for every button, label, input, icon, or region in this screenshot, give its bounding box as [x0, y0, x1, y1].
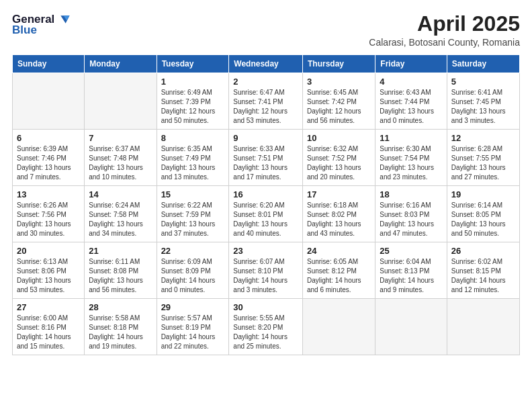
day-info: Sunrise: 6:00 AM Sunset: 8:16 PM Dayligh… — [17, 314, 80, 351]
day-number: 16 — [233, 189, 298, 199]
day-number: 10 — [307, 133, 371, 143]
week-row-3: 13Sunrise: 6:26 AM Sunset: 7:56 PM Dayli… — [13, 186, 520, 242]
logo: General Blue — [12, 12, 71, 37]
day-info: Sunrise: 6:14 AM Sunset: 8:05 PM Dayligh… — [451, 201, 515, 238]
day-number: 20 — [17, 246, 80, 256]
calendar-cell: 2Sunrise: 6:47 AM Sunset: 7:41 PM Daylig… — [229, 73, 303, 130]
calendar-cell: 12Sunrise: 6:28 AM Sunset: 7:55 PM Dayli… — [447, 130, 519, 186]
calendar-cell: 27Sunrise: 6:00 AM Sunset: 8:16 PM Dayli… — [13, 299, 85, 355]
calendar-cell: 24Sunrise: 6:05 AM Sunset: 8:12 PM Dayli… — [302, 242, 375, 299]
day-number: 2 — [233, 77, 298, 87]
day-info: Sunrise: 6:47 AM Sunset: 7:41 PM Dayligh… — [233, 88, 298, 126]
day-number: 23 — [233, 246, 298, 256]
day-number: 27 — [17, 302, 80, 312]
day-number: 21 — [89, 246, 152, 256]
subtitle: Calarasi, Botosani County, Romania — [369, 37, 520, 48]
day-info: Sunrise: 6:22 AM Sunset: 7:59 PM Dayligh… — [161, 201, 225, 238]
day-number: 4 — [380, 77, 443, 87]
day-number: 26 — [451, 246, 515, 256]
day-info: Sunrise: 6:41 AM Sunset: 7:45 PM Dayligh… — [451, 88, 515, 126]
calendar-cell: 5Sunrise: 6:41 AM Sunset: 7:45 PM Daylig… — [447, 73, 519, 130]
calendar-cell — [375, 299, 447, 355]
day-number: 8 — [161, 133, 225, 143]
logo-blue: Blue — [12, 24, 37, 37]
day-number: 3 — [307, 77, 371, 87]
calendar-cell: 20Sunrise: 6:13 AM Sunset: 8:06 PM Dayli… — [13, 242, 85, 299]
weekday-header-tuesday: Tuesday — [157, 55, 229, 73]
day-number: 30 — [233, 302, 298, 312]
calendar-cell: 19Sunrise: 6:14 AM Sunset: 8:05 PM Dayli… — [447, 186, 519, 242]
day-number: 29 — [161, 302, 225, 312]
calendar-cell: 22Sunrise: 6:09 AM Sunset: 8:09 PM Dayli… — [157, 242, 229, 299]
week-row-4: 20Sunrise: 6:13 AM Sunset: 8:06 PM Dayli… — [13, 242, 520, 299]
calendar-cell: 17Sunrise: 6:18 AM Sunset: 8:02 PM Dayli… — [302, 186, 375, 242]
day-number: 12 — [451, 133, 515, 143]
calendar-cell: 7Sunrise: 6:37 AM Sunset: 7:48 PM Daylig… — [85, 130, 157, 186]
day-number: 6 — [17, 133, 80, 143]
day-number: 15 — [161, 189, 225, 199]
weekday-header-monday: Monday — [85, 55, 157, 73]
day-info: Sunrise: 6:24 AM Sunset: 7:58 PM Dayligh… — [89, 201, 152, 238]
day-number: 19 — [451, 189, 515, 199]
day-info: Sunrise: 6:28 AM Sunset: 7:55 PM Dayligh… — [451, 144, 515, 182]
day-info: Sunrise: 6:18 AM Sunset: 8:02 PM Dayligh… — [307, 201, 371, 238]
calendar-cell: 1Sunrise: 6:49 AM Sunset: 7:39 PM Daylig… — [157, 73, 229, 130]
calendar-cell: 8Sunrise: 6:35 AM Sunset: 7:49 PM Daylig… — [157, 130, 229, 186]
day-number: 25 — [380, 246, 443, 256]
day-info: Sunrise: 6:39 AM Sunset: 7:46 PM Dayligh… — [17, 144, 80, 182]
day-info: Sunrise: 6:30 AM Sunset: 7:54 PM Dayligh… — [380, 144, 443, 182]
day-info: Sunrise: 6:07 AM Sunset: 8:10 PM Dayligh… — [233, 257, 298, 295]
day-number: 17 — [307, 189, 371, 199]
day-number: 7 — [89, 133, 152, 143]
day-info: Sunrise: 6:16 AM Sunset: 8:03 PM Dayligh… — [380, 201, 443, 238]
day-info: Sunrise: 6:43 AM Sunset: 7:44 PM Dayligh… — [380, 88, 443, 126]
weekday-header-saturday: Saturday — [447, 55, 519, 73]
weekday-header-wednesday: Wednesday — [229, 55, 303, 73]
calendar-cell: 3Sunrise: 6:45 AM Sunset: 7:42 PM Daylig… — [302, 73, 375, 130]
day-info: Sunrise: 6:05 AM Sunset: 8:12 PM Dayligh… — [307, 257, 371, 295]
day-info: Sunrise: 5:58 AM Sunset: 8:18 PM Dayligh… — [89, 314, 152, 351]
calendar-cell: 23Sunrise: 6:07 AM Sunset: 8:10 PM Dayli… — [229, 242, 303, 299]
calendar-cell — [302, 299, 375, 355]
weekday-header-friday: Friday — [375, 55, 447, 73]
day-number: 1 — [161, 77, 225, 87]
logo-icon — [56, 12, 71, 27]
day-number: 5 — [451, 77, 515, 87]
day-number: 9 — [233, 133, 298, 143]
calendar-cell: 25Sunrise: 6:04 AM Sunset: 8:13 PM Dayli… — [375, 242, 447, 299]
day-number: 13 — [17, 189, 80, 199]
day-info: Sunrise: 6:09 AM Sunset: 8:09 PM Dayligh… — [161, 257, 225, 295]
week-row-1: 1Sunrise: 6:49 AM Sunset: 7:39 PM Daylig… — [13, 73, 520, 130]
week-row-5: 27Sunrise: 6:00 AM Sunset: 8:16 PM Dayli… — [13, 299, 520, 355]
header: General Blue April 2025 Calarasi, Botosa… — [12, 12, 520, 48]
calendar: SundayMondayTuesdayWednesdayThursdayFrid… — [12, 54, 520, 355]
calendar-cell: 9Sunrise: 6:33 AM Sunset: 7:51 PM Daylig… — [229, 130, 303, 186]
calendar-cell: 30Sunrise: 5:55 AM Sunset: 8:20 PM Dayli… — [229, 299, 303, 355]
calendar-cell: 4Sunrise: 6:43 AM Sunset: 7:44 PM Daylig… — [375, 73, 447, 130]
day-number: 14 — [89, 189, 152, 199]
day-info: Sunrise: 6:11 AM Sunset: 8:08 PM Dayligh… — [89, 257, 152, 295]
calendar-cell: 11Sunrise: 6:30 AM Sunset: 7:54 PM Dayli… — [375, 130, 447, 186]
calendar-cell: 29Sunrise: 5:57 AM Sunset: 8:19 PM Dayli… — [157, 299, 229, 355]
calendar-cell: 16Sunrise: 6:20 AM Sunset: 8:01 PM Dayli… — [229, 186, 303, 242]
weekday-header-thursday: Thursday — [302, 55, 375, 73]
day-number: 22 — [161, 246, 225, 256]
weekday-header-sunday: Sunday — [13, 55, 85, 73]
calendar-cell — [85, 73, 157, 130]
week-row-2: 6Sunrise: 6:39 AM Sunset: 7:46 PM Daylig… — [13, 130, 520, 186]
title-area: April 2025 Calarasi, Botosani County, Ro… — [369, 12, 520, 48]
day-info: Sunrise: 6:26 AM Sunset: 7:56 PM Dayligh… — [17, 201, 80, 238]
main-title: April 2025 — [369, 12, 520, 36]
day-info: Sunrise: 6:33 AM Sunset: 7:51 PM Dayligh… — [233, 144, 298, 182]
day-number: 28 — [89, 302, 152, 312]
calendar-cell: 18Sunrise: 6:16 AM Sunset: 8:03 PM Dayli… — [375, 186, 447, 242]
calendar-cell — [447, 299, 519, 355]
day-info: Sunrise: 6:20 AM Sunset: 8:01 PM Dayligh… — [233, 201, 298, 238]
day-info: Sunrise: 6:37 AM Sunset: 7:48 PM Dayligh… — [89, 144, 152, 182]
day-info: Sunrise: 6:32 AM Sunset: 7:52 PM Dayligh… — [307, 144, 371, 182]
calendar-cell: 14Sunrise: 6:24 AM Sunset: 7:58 PM Dayli… — [85, 186, 157, 242]
page: General Blue April 2025 Calarasi, Botosa… — [0, 0, 532, 411]
calendar-cell: 10Sunrise: 6:32 AM Sunset: 7:52 PM Dayli… — [302, 130, 375, 186]
day-info: Sunrise: 5:55 AM Sunset: 8:20 PM Dayligh… — [233, 314, 298, 351]
calendar-cell: 28Sunrise: 5:58 AM Sunset: 8:18 PM Dayli… — [85, 299, 157, 355]
